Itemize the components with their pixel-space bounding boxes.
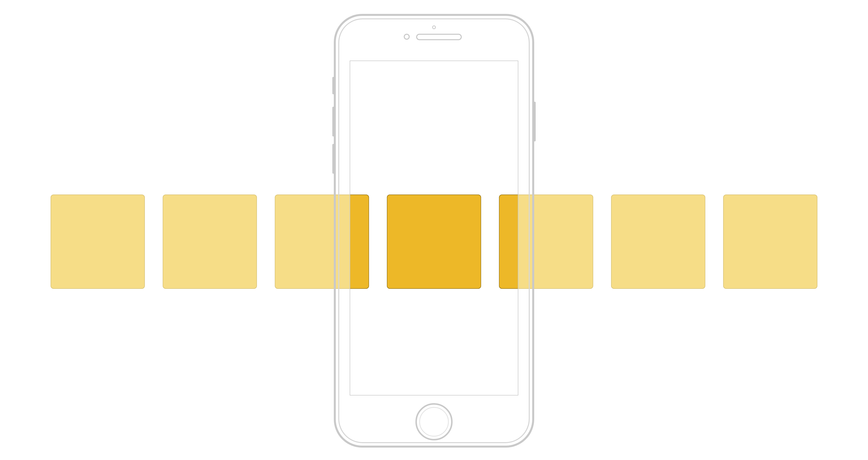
carousel-card[interactable] [611, 194, 705, 289]
mute-switch [332, 77, 335, 94]
front-camera [404, 34, 409, 39]
carousel-card[interactable] [499, 194, 593, 289]
diagram-stage [0, 0, 868, 460]
home-button-inner [420, 407, 448, 436]
carousel-card[interactable] [163, 194, 257, 289]
carousel-card[interactable] [275, 194, 369, 289]
earpiece-speaker [416, 34, 461, 40]
carousel-row [0, 194, 868, 289]
top-sensor-dot [433, 26, 435, 29]
power-button [533, 102, 536, 142]
carousel-card[interactable] [723, 194, 817, 289]
home-button [416, 404, 452, 440]
volume-up-button [332, 107, 335, 136]
carousel-card[interactable] [387, 194, 481, 289]
volume-down-button [332, 144, 335, 174]
carousel-card[interactable] [51, 194, 145, 289]
